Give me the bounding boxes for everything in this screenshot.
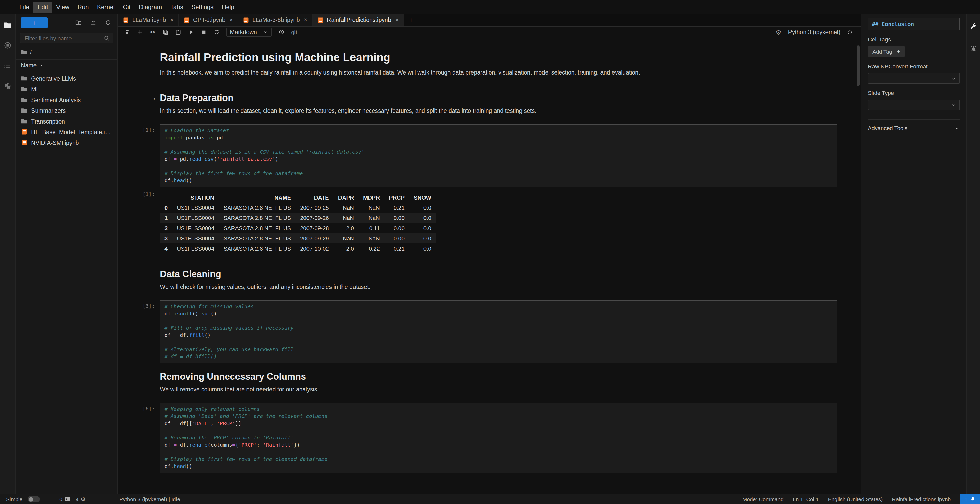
menu-diagram[interactable]: Diagram bbox=[135, 1, 166, 13]
cell-type-dropdown[interactable]: Markdown bbox=[226, 28, 272, 37]
interrupt-kernel-button[interactable] bbox=[201, 29, 207, 35]
folder-item[interactable]: Sentiment Analysis bbox=[16, 94, 118, 105]
folder-item[interactable]: ML bbox=[16, 84, 118, 94]
breadcrumb[interactable]: / bbox=[16, 47, 118, 57]
tab-label: RainfallPredictions.ipynb bbox=[327, 17, 391, 23]
kernels-status[interactable]: 4 ⚙ bbox=[76, 496, 86, 502]
table-cell: 0.00 bbox=[384, 233, 409, 244]
tab-LLaMa.ipynb[interactable]: LLaMa.ipynb× bbox=[118, 14, 179, 26]
execution-time-button[interactable] bbox=[278, 29, 285, 35]
git-toolbar-label[interactable]: git bbox=[291, 29, 297, 35]
code-editor[interactable]: # Keeping only relevant columns# Assumin… bbox=[160, 403, 837, 473]
scrollbar-thumb[interactable] bbox=[857, 46, 860, 86]
new-folder-button[interactable] bbox=[75, 19, 82, 26]
run-cell-button[interactable] bbox=[188, 29, 194, 35]
table-cell: NaN bbox=[359, 233, 384, 244]
tab-LLaMa-3-8b.ipynb[interactable]: LLaMa-3-8b.ipynb× bbox=[238, 14, 312, 26]
new-tab-button[interactable]: + bbox=[404, 14, 418, 26]
notebook-item[interactable]: NVIDIA-SMI.ipynb bbox=[16, 137, 118, 148]
code-editor[interactable]: # Checking for missing valuesdf.isnull()… bbox=[160, 300, 837, 363]
notebook-icon bbox=[183, 17, 190, 23]
restart-kernel-button[interactable] bbox=[213, 29, 220, 35]
advanced-tools-header[interactable]: Advanced Tools bbox=[868, 119, 960, 131]
tab-RainfallPredictions.ipynb[interactable]: RainfallPredictions.ipynb× bbox=[313, 14, 404, 26]
close-icon[interactable]: × bbox=[395, 16, 399, 24]
save-button[interactable] bbox=[124, 29, 130, 35]
menu-view[interactable]: View bbox=[52, 1, 73, 13]
file-list-header[interactable]: Name bbox=[16, 59, 118, 71]
kernel-status[interactable]: Python 3 (ipykernel) | Idle bbox=[119, 496, 180, 502]
filter-files-input[interactable] bbox=[24, 35, 104, 41]
list-icon bbox=[3, 62, 12, 70]
cell-prompt bbox=[118, 365, 160, 402]
terminals-status[interactable]: 0 bbox=[59, 496, 70, 502]
markdown-cell-content[interactable]: Removing Unnecessary ColumnsWe will remo… bbox=[160, 365, 837, 402]
add-tag-button[interactable]: Add Tag + bbox=[868, 46, 905, 57]
slide-type-select[interactable] bbox=[868, 100, 960, 110]
markdown-cell-content[interactable]: Data CleaningWe will check for missing v… bbox=[160, 262, 837, 299]
folder-item[interactable]: Summarizers bbox=[16, 105, 118, 116]
paragraph: We will remove columns that are not need… bbox=[160, 385, 833, 393]
menu-git[interactable]: Git bbox=[119, 1, 135, 13]
folder-item[interactable]: Generative LLMs bbox=[16, 73, 118, 84]
tab-GPT-J.ipynb[interactable]: GPT-J.ipynb× bbox=[179, 14, 238, 26]
folder-item[interactable]: Transcription bbox=[16, 116, 118, 127]
sidebar-tab-file-browser[interactable] bbox=[2, 19, 14, 31]
menu-kernel[interactable]: Kernel bbox=[93, 1, 119, 13]
language-indicator[interactable]: English (United States) bbox=[828, 496, 883, 502]
kernel-icon: ⚙ bbox=[81, 496, 86, 502]
sidebar-tab-table-of-contents[interactable] bbox=[2, 60, 14, 72]
code-line: # Checking for missing values bbox=[164, 303, 833, 310]
notifications-button[interactable]: 1 bbox=[960, 494, 980, 504]
kernel-settings-button[interactable]: ⚙ bbox=[775, 29, 781, 36]
menu-run[interactable]: Run bbox=[73, 1, 93, 13]
dataframe-table: STATIONNAMEDATEDAPRMDPRPRCPSNOW0US1FLSS0… bbox=[160, 192, 436, 254]
notebook-cell-code: [3]:# Checking for missing valuesdf.isnu… bbox=[118, 300, 837, 364]
code-editor[interactable]: # Loading the Datasetimport pandas as pd… bbox=[160, 124, 837, 187]
notebook-scrollbar[interactable] bbox=[856, 38, 861, 493]
active-cell-preview[interactable]: ## Conclusion bbox=[868, 18, 960, 30]
notebook-icon bbox=[21, 128, 28, 135]
markdown-cell-content[interactable]: Rainfall Prediction using Machine Learni… bbox=[160, 46, 837, 85]
raw-nbconvert-select[interactable] bbox=[868, 73, 960, 84]
property-inspector-panel: ## Conclusion Cell Tags Add Tag + Raw NB… bbox=[861, 14, 966, 493]
table-cell: US1FLSS0004 bbox=[172, 233, 219, 244]
upload-files-button[interactable] bbox=[90, 19, 97, 26]
cursor-position[interactable]: Ln 1, Col 1 bbox=[793, 496, 819, 502]
simple-mode-label: Simple bbox=[6, 496, 22, 502]
sidebar-tab-property-inspector[interactable] bbox=[967, 20, 980, 32]
markdown-cell-content[interactable]: Data PreparationIn this section, we will… bbox=[160, 86, 837, 123]
status-bar: Simple 0 4 ⚙ Python 3 (ipykernel) | Idle… bbox=[0, 493, 980, 504]
cut-icon: ✂ bbox=[150, 29, 156, 35]
code-line bbox=[164, 339, 833, 346]
file-browser-toolbar: + bbox=[16, 14, 118, 31]
notebook-item[interactable]: HF_Base_Model_Template.ipynb bbox=[16, 127, 118, 137]
column-header: DAPR bbox=[334, 192, 359, 203]
column-header: SNOW bbox=[409, 192, 436, 203]
folder-icon bbox=[21, 86, 28, 92]
menu-help[interactable]: Help bbox=[218, 1, 238, 13]
heading-collapser-icon[interactable]: ▾ bbox=[153, 95, 156, 101]
sidebar-tab-debugger[interactable] bbox=[967, 42, 980, 55]
simple-mode-toggle[interactable] bbox=[28, 496, 40, 502]
close-icon[interactable]: × bbox=[229, 16, 233, 24]
kernel-name[interactable]: Python 3 (ipykernel) bbox=[788, 29, 840, 35]
row-index: 2 bbox=[160, 223, 172, 233]
file-name: Sentiment Analysis bbox=[31, 97, 81, 103]
code-line bbox=[164, 163, 833, 170]
sidebar-tab-extensions[interactable] bbox=[2, 80, 14, 92]
close-icon[interactable]: × bbox=[170, 16, 174, 24]
menu-file[interactable]: File bbox=[15, 1, 33, 13]
paste-cells-button[interactable] bbox=[175, 29, 181, 35]
new-launcher-button[interactable]: + bbox=[21, 17, 48, 28]
menu-edit[interactable]: Edit bbox=[33, 1, 52, 13]
copy-cells-button[interactable] bbox=[162, 29, 169, 35]
close-icon[interactable]: × bbox=[304, 16, 307, 24]
cut-cells-button[interactable]: ✂ bbox=[150, 29, 156, 35]
menu-tabs[interactable]: Tabs bbox=[166, 1, 187, 13]
menu-settings[interactable]: Settings bbox=[187, 1, 218, 13]
folder-icon bbox=[21, 118, 28, 125]
insert-cell-button[interactable] bbox=[137, 29, 143, 35]
refresh-file-list-button[interactable] bbox=[105, 19, 111, 26]
sidebar-tab-running-sessions[interactable] bbox=[2, 39, 14, 52]
